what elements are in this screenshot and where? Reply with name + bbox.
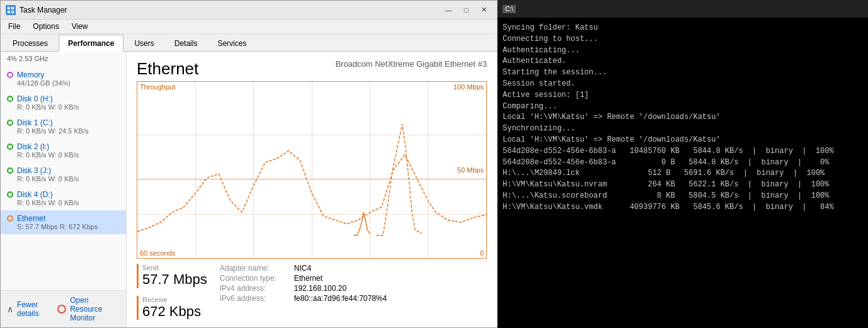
resource-monitor-icon xyxy=(57,305,66,314)
disk0-icon xyxy=(7,96,13,102)
terminal-line: 564d208e-d552-456e-6b83-a 10485760 KB 58… xyxy=(503,146,863,157)
tab-performance[interactable]: Performance xyxy=(59,35,123,52)
sidebar-item-disk4[interactable]: Disk 4 (D:) R: 0 KB/s W: 0 KB/s xyxy=(1,186,126,210)
sidebar-item-memory[interactable]: Memory 44/128 GB (34%) xyxy=(1,67,126,91)
detail-title: Ethernet xyxy=(137,59,198,79)
memory-icon xyxy=(7,72,13,78)
detail-stats: Send 57.7 Mbps Receive 672 Kbps xyxy=(137,264,487,320)
adapter-name-label: Adapter name: xyxy=(220,264,289,273)
disk2-icon xyxy=(7,144,13,150)
terminal-line: 564d208e-d552-456e-6b83-a 0 B 5844.8 KB/… xyxy=(503,157,863,168)
terminal-line: Authenticated. xyxy=(503,56,863,67)
sidebar-item-disk3[interactable]: Disk 3 (J:) R: 0 KB/s W: 0 KB/s xyxy=(1,162,126,186)
connection-type-value: Ethernet xyxy=(294,274,323,283)
tab-users[interactable]: Users xyxy=(125,35,163,52)
tab-processes[interactable]: Processes xyxy=(3,35,57,52)
chart-labels-bottom: 60 seconds 0 xyxy=(137,249,486,257)
receive-section: Receive 672 Kbps xyxy=(137,296,207,320)
tab-details[interactable]: Details xyxy=(165,35,207,52)
sidebar-item-ethernet[interactable]: Ethernet S: 57.7 Mbps R: 672 Kbps xyxy=(1,210,126,234)
svg-rect-2 xyxy=(8,11,10,13)
ipv4-label: IPv4 address: xyxy=(220,284,289,293)
menu-file[interactable]: File xyxy=(3,21,25,32)
sidebar-item-disk1[interactable]: Disk 1 (C:) R: 0 KB/s W: 24.5 KB/s xyxy=(1,115,126,139)
throughput-chart: Throughput 100 Mbps 50 Mbps xyxy=(137,81,487,259)
tab-services[interactable]: Services xyxy=(208,35,256,52)
terminal-line: H:\...\M29849.lck 512 B 5691.6 KB/s | bi… xyxy=(503,168,863,179)
ipv6-label: IPv6 address: xyxy=(220,294,289,303)
terminal-line: Local 'H:\VM\Katsu' => Remote '/download… xyxy=(503,135,863,145)
window-controls: — □ ✕ xyxy=(440,4,492,16)
memory-sub: 44/128 GB (34%) xyxy=(7,79,120,87)
detail-panel: Ethernet Broadcom NetXtreme Gigabit Ethe… xyxy=(127,52,497,327)
ethernet-icon xyxy=(7,215,13,222)
title-bar-left: Task Manager xyxy=(6,5,67,15)
chart-label-max: 100 Mbps xyxy=(454,83,484,91)
close-button[interactable]: ✕ xyxy=(476,4,492,16)
task-manager-icon xyxy=(6,5,16,15)
maximize-button[interactable]: □ xyxy=(458,4,474,16)
terminal-line: Active session: [1] xyxy=(503,90,863,101)
chart-label-throughput: Throughput xyxy=(140,83,175,91)
open-resource-monitor-link[interactable]: Open Resource Monitor xyxy=(70,296,120,322)
svg-rect-0 xyxy=(8,7,10,9)
terminal-line: Synchronizing... xyxy=(503,123,863,134)
info-col: Adapter name: NIC4 Connection type: Ethe… xyxy=(220,264,487,320)
cpu-label: 4% 2.53 GHz xyxy=(7,55,48,62)
send-section: Send 57.7 Mbps xyxy=(137,264,207,288)
title-bar: Task Manager — □ ✕ xyxy=(1,1,497,20)
fewer-details-link[interactable]: Fewer details xyxy=(17,300,45,318)
sidebar-item-disk0[interactable]: Disk 0 (H:) R: 0 KB/s W: 0 KB/s xyxy=(1,91,126,115)
terminal-line: Local 'H:\VM\Katsu' => Remote '/download… xyxy=(503,112,863,123)
connection-type-label: Connection type: xyxy=(220,274,289,283)
ipv4-row: IPv4 address: 192.168.100.20 xyxy=(220,284,487,293)
terminal-line: Comparing... xyxy=(503,101,863,112)
terminal-line: H:\...\Katsu.scoreboard 8 KB 5804.5 KB/s… xyxy=(503,191,863,201)
send-value: 57.7 Mbps xyxy=(142,271,207,288)
sidebar-scroll[interactable]: 4% 2.53 GHz Memory 44/128 GB (34%) Disk … xyxy=(1,52,126,290)
terminal-window: C:\ Syncing folder: KatsuConnecting to h… xyxy=(498,0,868,328)
terminal-line: Authenticating... xyxy=(503,45,863,56)
terminal-content[interactable]: Syncing folder: KatsuConnecting to host.… xyxy=(498,18,868,328)
minimize-button[interactable]: — xyxy=(440,4,457,16)
receive-value: 672 Kbps xyxy=(142,303,201,320)
terminal-line: Syncing folder: Katsu xyxy=(503,23,863,33)
terminal-line: Starting the session... xyxy=(503,67,863,78)
terminal-title-bar: C:\ xyxy=(498,0,868,18)
adapter-name-value: NIC4 xyxy=(294,264,311,273)
chart-svg xyxy=(137,93,486,247)
svg-rect-1 xyxy=(11,7,14,9)
send-label: Send xyxy=(142,264,207,271)
disk4-icon xyxy=(7,191,13,198)
ipv6-value: fe80::aa:7d96:fe44:7078%4 xyxy=(294,294,387,303)
chart-time-left: 60 seconds xyxy=(140,249,175,257)
detail-adapter: Broadcom NetXtreme Gigabit Ethernet #3 xyxy=(335,59,487,69)
adapter-name-row: Adapter name: NIC4 xyxy=(220,264,487,273)
chevron-up-icon: ∧ xyxy=(7,304,13,314)
tabs-bar: Processes Performance Users Details Serv… xyxy=(1,34,497,52)
cmd-icon: C:\ xyxy=(503,5,516,13)
terminal-line: H:\VM\Katsu\Katsu.vmdk 40939776 KB 5845.… xyxy=(503,202,863,213)
terminal-line: Session started. xyxy=(503,79,863,89)
sidebar-item-cpu[interactable]: 4% 2.53 GHz xyxy=(1,52,126,67)
terminal-line: Connecting to host... xyxy=(503,34,863,45)
task-manager-window: Task Manager — □ ✕ File Options View Pro… xyxy=(0,0,498,328)
disk1-icon xyxy=(7,120,13,126)
ipv6-row: IPv6 address: fe80::aa:7d96:fe44:7078%4 xyxy=(220,294,487,303)
sidebar: 4% 2.53 GHz Memory 44/128 GB (34%) Disk … xyxy=(1,52,127,327)
terminal-line: H:\VM\Katsu\Katsu.nvram 264 KB 5622.1 KB… xyxy=(503,179,863,190)
menu-view[interactable]: View xyxy=(67,21,93,32)
sidebar-item-disk2[interactable]: Disk 2 (I:) R: 0 KB/s W: 0 KB/s xyxy=(1,139,126,162)
main-content: 4% 2.53 GHz Memory 44/128 GB (34%) Disk … xyxy=(1,52,497,327)
menu-bar: File Options View xyxy=(1,20,497,34)
svg-rect-3 xyxy=(11,11,14,13)
send-receive-col: Send 57.7 Mbps Receive 672 Kbps xyxy=(137,264,207,320)
window-title: Task Manager xyxy=(20,6,67,14)
disk3-icon xyxy=(7,167,13,174)
menu-options[interactable]: Options xyxy=(28,21,64,32)
memory-title: Memory xyxy=(7,71,120,79)
connection-type-row: Connection type: Ethernet xyxy=(220,274,487,283)
receive-label: Receive xyxy=(142,296,201,303)
sidebar-footer: ∧ Fewer details Open Resource Monitor xyxy=(1,290,126,327)
detail-header: Ethernet Broadcom NetXtreme Gigabit Ethe… xyxy=(137,59,487,79)
